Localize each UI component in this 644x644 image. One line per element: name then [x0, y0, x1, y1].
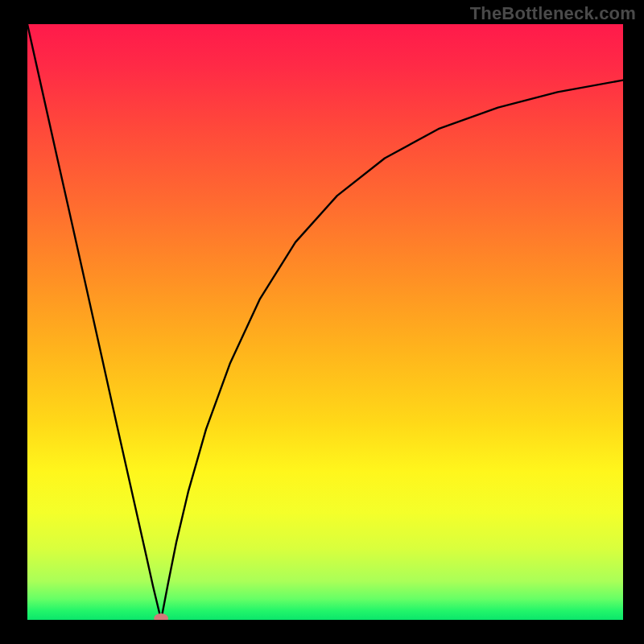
svg-rect-0: [27, 24, 623, 620]
watermark: TheBottleneck.com: [470, 3, 636, 24]
chart-plot: [27, 24, 623, 620]
chart-container: TheBottleneck.com: [0, 0, 644, 644]
